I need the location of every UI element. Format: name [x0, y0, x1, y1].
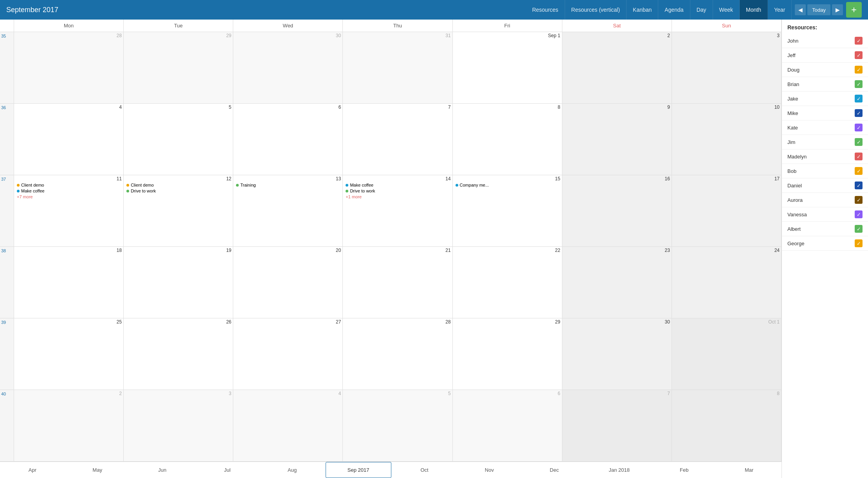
- week-number[interactable]: 38: [0, 247, 14, 318]
- resource-item[interactable]: Daniel✓: [782, 178, 868, 193]
- calendar-cell[interactable]: 25: [14, 318, 124, 390]
- resource-item[interactable]: Albert✓: [782, 222, 868, 236]
- resource-item[interactable]: Vanessa✓: [782, 207, 868, 222]
- calendar-cell[interactable]: 8: [453, 104, 562, 175]
- mini-month-nav[interactable]: Nov: [457, 462, 522, 478]
- resource-checkbox[interactable]: ✓: [855, 95, 863, 102]
- calendar-cell[interactable]: 23: [562, 247, 672, 318]
- calendar-cell[interactable]: 29: [453, 318, 562, 390]
- calendar-cell[interactable]: Oct 1: [672, 318, 782, 390]
- calendar-cell[interactable]: 7: [562, 390, 672, 461]
- more-events-link[interactable]: +7 more: [16, 194, 122, 199]
- calendar-cell[interactable]: 22: [453, 247, 562, 318]
- calendar-cell[interactable]: 28: [14, 32, 124, 103]
- today-button[interactable]: Today: [807, 4, 830, 15]
- tab-resources[interactable]: Resources: [526, 0, 565, 20]
- calendar-cell[interactable]: 16: [562, 175, 672, 246]
- calendar-event[interactable]: Client demo: [125, 182, 231, 188]
- resource-checkbox[interactable]: ✓: [855, 66, 863, 74]
- calendar-cell[interactable]: 27: [233, 318, 343, 390]
- resource-checkbox[interactable]: ✓: [855, 124, 863, 131]
- resource-checkbox[interactable]: ✓: [855, 196, 863, 204]
- calendar-event[interactable]: Training: [235, 182, 341, 188]
- calendar-cell[interactable]: 5: [124, 104, 233, 175]
- mini-month-nav[interactable]: Jun: [130, 462, 195, 478]
- calendar-cell[interactable]: 31: [343, 32, 452, 103]
- resource-checkbox[interactable]: ✓: [855, 109, 863, 117]
- calendar-cell[interactable]: 18: [14, 247, 124, 318]
- calendar-event[interactable]: Make coffee: [344, 182, 450, 188]
- resource-checkbox[interactable]: ✓: [855, 37, 863, 45]
- tab-agenda[interactable]: Agenda: [658, 0, 690, 20]
- resource-checkbox[interactable]: ✓: [855, 225, 863, 233]
- tab-month[interactable]: Month: [740, 0, 768, 20]
- resource-item[interactable]: Mike✓: [782, 106, 868, 120]
- resource-item[interactable]: George✓: [782, 236, 868, 251]
- calendar-cell[interactable]: 26: [124, 318, 233, 390]
- tab-week[interactable]: Week: [713, 0, 740, 20]
- resource-item[interactable]: Brian✓: [782, 77, 868, 92]
- calendar-cell[interactable]: 4: [233, 390, 343, 461]
- calendar-cell[interactable]: 3: [124, 390, 233, 461]
- resource-item[interactable]: Bob✓: [782, 164, 868, 178]
- calendar-cell[interactable]: 9: [562, 104, 672, 175]
- resource-checkbox[interactable]: ✓: [855, 210, 863, 218]
- calendar-cell[interactable]: 11Client demoMake coffee+7 more: [14, 175, 124, 246]
- add-event-button[interactable]: +: [846, 2, 862, 18]
- week-number[interactable]: 39: [0, 318, 14, 390]
- calendar-cell[interactable]: Sep 1: [453, 32, 562, 103]
- calendar-cell[interactable]: 30: [562, 318, 672, 390]
- mini-month-nav[interactable]: Mar: [717, 462, 782, 478]
- resource-checkbox[interactable]: ✓: [855, 138, 863, 146]
- mini-month-nav[interactable]: Aug: [260, 462, 325, 478]
- resource-item[interactable]: Jake✓: [782, 92, 868, 106]
- mini-month-nav[interactable]: May: [65, 462, 130, 478]
- calendar-cell[interactable]: 7: [343, 104, 452, 175]
- calendar-cell[interactable]: 4: [14, 104, 124, 175]
- resource-item[interactable]: John✓: [782, 34, 868, 48]
- tab-day[interactable]: Day: [690, 0, 713, 20]
- next-button[interactable]: ▶: [832, 4, 843, 15]
- calendar-cell[interactable]: 20: [233, 247, 343, 318]
- more-events-link[interactable]: +1 more: [344, 194, 450, 199]
- resource-checkbox[interactable]: ✓: [855, 80, 863, 88]
- calendar-cell[interactable]: 30: [233, 32, 343, 103]
- week-number[interactable]: 36: [0, 104, 14, 175]
- tab-year[interactable]: Year: [768, 0, 792, 20]
- mini-month-nav[interactable]: Apr: [0, 462, 65, 478]
- calendar-cell[interactable]: 10: [672, 104, 782, 175]
- calendar-cell[interactable]: 28: [343, 318, 452, 390]
- resource-item[interactable]: Aurora✓: [782, 193, 868, 207]
- mini-month-nav[interactable]: Jul: [195, 462, 260, 478]
- calendar-cell[interactable]: 13Training: [233, 175, 343, 246]
- mini-month-nav[interactable]: Oct: [392, 462, 457, 478]
- calendar-cell[interactable]: 24: [672, 247, 782, 318]
- calendar-event[interactable]: Drive to work: [125, 188, 231, 194]
- week-number[interactable]: 37: [0, 175, 14, 246]
- resource-item[interactable]: Doug✓: [782, 63, 868, 77]
- calendar-event[interactable]: Company me...: [454, 182, 560, 188]
- resource-checkbox[interactable]: ✓: [855, 239, 863, 247]
- resource-item[interactable]: Jim✓: [782, 135, 868, 149]
- calendar-cell[interactable]: 21: [343, 247, 452, 318]
- tab-kanban[interactable]: Kanban: [627, 0, 658, 20]
- calendar-event[interactable]: Client demo: [16, 182, 122, 188]
- calendar-cell[interactable]: 19: [124, 247, 233, 318]
- calendar-cell[interactable]: 6: [453, 390, 562, 461]
- tab-resources-vertical[interactable]: Resources (vertical): [565, 0, 627, 20]
- calendar-cell[interactable]: 17: [672, 175, 782, 246]
- calendar-cell[interactable]: 3: [672, 32, 782, 103]
- resource-checkbox[interactable]: ✓: [855, 167, 863, 175]
- calendar-cell[interactable]: 14Make coffeeDrive to work+1 more: [343, 175, 452, 246]
- resource-item[interactable]: Madelyn✓: [782, 149, 868, 164]
- calendar-cell[interactable]: 29: [124, 32, 233, 103]
- resource-checkbox[interactable]: ✓: [855, 153, 863, 160]
- resource-checkbox[interactable]: ✓: [855, 181, 863, 189]
- calendar-cell[interactable]: 5: [343, 390, 452, 461]
- resource-item[interactable]: Kate✓: [782, 120, 868, 135]
- calendar-event[interactable]: Drive to work: [344, 188, 450, 194]
- mini-month-nav[interactable]: Jan 2018: [587, 462, 652, 478]
- calendar-cell[interactable]: 15Company me...: [453, 175, 562, 246]
- calendar-cell[interactable]: 12Client demoDrive to work: [124, 175, 233, 246]
- resource-item[interactable]: Jeff✓: [782, 48, 868, 63]
